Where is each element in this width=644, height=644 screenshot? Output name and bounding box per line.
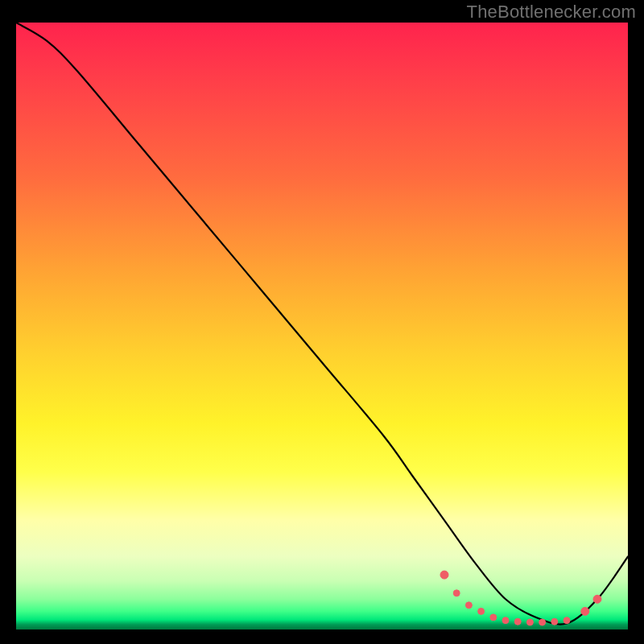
marker-dot (514, 618, 521, 625)
marker-dot (526, 619, 533, 625)
marker-dot (465, 602, 472, 609)
plot-area (16, 23, 628, 630)
marker-dot (581, 607, 589, 615)
chart-stage: TheBottlenecker.com (0, 0, 644, 644)
marker-dot (478, 608, 485, 614)
marker-dot (551, 618, 558, 625)
marker-dot (593, 595, 601, 603)
attribution-text: TheBottlenecker.com (467, 2, 636, 23)
marker-dot (564, 617, 570, 624)
marker-dot (490, 614, 497, 621)
marker-dot (453, 590, 460, 597)
curve-overlay (16, 23, 628, 630)
marker-dot (539, 619, 546, 625)
bottleneck-curve (16, 23, 628, 625)
marker-dot (440, 571, 448, 579)
marker-dot (502, 617, 509, 624)
